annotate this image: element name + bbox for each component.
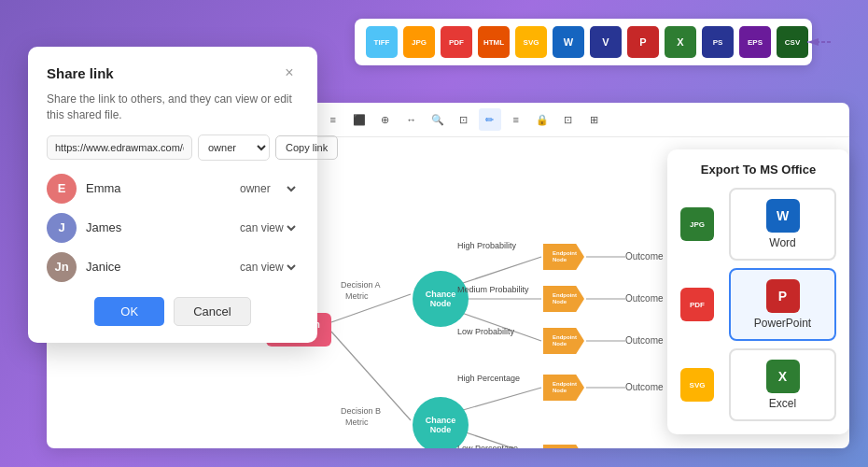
modal-description: Share the link to others, and they can v… xyxy=(47,92,299,123)
modal-actions: OK Cancel xyxy=(47,297,299,326)
ps-badge[interactable]: PS xyxy=(702,26,734,58)
decision-a-label: Decision A xyxy=(341,280,381,290)
excel-large-icon: X xyxy=(766,360,800,393)
user-name-james: James xyxy=(86,220,236,234)
chance-node-upper[interactable]: ChanceNode xyxy=(413,271,469,327)
ppt-large-icon: P xyxy=(766,279,800,313)
chance-node-lower[interactable]: ChanceNode xyxy=(413,397,469,448)
endpoint-node-2[interactable]: EndpointNode xyxy=(543,286,584,312)
ppt-badge[interactable]: P xyxy=(627,26,659,58)
high-prob-label: High Probability xyxy=(457,241,516,250)
more-tool[interactable]: ⊞ xyxy=(583,108,606,131)
metric-a-label: Metric xyxy=(345,291,369,301)
med-prob-label: Medium Probability xyxy=(457,285,529,294)
zoom-tool[interactable]: 🔍 xyxy=(427,108,449,131)
user-row-emma: E Emma owner can view can edit xyxy=(47,174,299,204)
avatar-janice: Jn xyxy=(47,252,77,282)
word-export-item[interactable]: W Word xyxy=(729,188,836,261)
pen-tool[interactable]: ✏ xyxy=(479,108,501,131)
word-small-icon: JPG xyxy=(680,207,714,241)
user-list: E Emma owner can view can edit J James o… xyxy=(47,174,299,282)
tiff-badge[interactable]: TIFF xyxy=(366,26,398,58)
copy-link-button[interactable]: Copy link xyxy=(275,135,338,160)
role-select-james[interactable]: owner can view can edit xyxy=(236,220,299,235)
modal-header: Share link × xyxy=(47,64,299,82)
decision-b-label: Decision B xyxy=(341,406,381,416)
owner-select[interactable]: owner can view can edit xyxy=(198,134,270,161)
crop-tool[interactable]: ⊡ xyxy=(557,108,580,131)
modal-title: Share link xyxy=(47,65,114,81)
ok-button[interactable]: OK xyxy=(94,297,164,326)
connect-tool[interactable]: ⊕ xyxy=(374,108,397,131)
svg-badge[interactable]: SVG xyxy=(515,26,547,58)
svg-line-2 xyxy=(331,294,411,322)
link-row: owner can view can edit Copy link xyxy=(47,134,299,161)
avatar-james: J xyxy=(47,213,77,243)
endpoint-node-1[interactable]: EndpointNode xyxy=(543,244,584,270)
excel-export-item[interactable]: X Excel xyxy=(729,348,836,421)
curve-tool[interactable]: ↔ xyxy=(400,108,423,131)
arrow-indicator xyxy=(803,28,840,61)
export-panel-title: Export To MS Office xyxy=(680,163,836,177)
word-large-icon: W xyxy=(766,199,800,233)
outcome-4: Outcome xyxy=(625,382,664,392)
endpoint-node-5[interactable]: EndpointNode xyxy=(543,445,584,448)
excel-small-icon: SVG xyxy=(680,368,714,402)
low-prob-label: Low Probability xyxy=(457,327,514,336)
excel-label: Excel xyxy=(769,397,796,410)
word-label: Word xyxy=(769,236,795,249)
ppt-small-icon: PDF xyxy=(680,288,714,321)
format-tool[interactable]: ≡ xyxy=(505,108,527,131)
user-row-janice: Jn Janice owner can view can edit xyxy=(47,252,299,282)
avatar-emma: E xyxy=(47,174,77,204)
role-select-janice[interactable]: owner can view can edit xyxy=(236,260,299,275)
html-badge[interactable]: HTML xyxy=(478,26,510,58)
endpoint-node-3[interactable]: EndpointNode xyxy=(543,328,584,354)
link-input[interactable] xyxy=(47,135,192,160)
outcome-1: Outcome xyxy=(625,251,664,262)
high-pct-label: High Percentage xyxy=(457,374,520,383)
fill-tool[interactable]: ⬛ xyxy=(348,108,371,131)
share-modal: Share link × Share the link to others, a… xyxy=(28,47,317,343)
powerpoint-label: PowerPoint xyxy=(754,317,811,330)
user-name-janice: Janice xyxy=(86,260,236,274)
user-name-emma: Emma xyxy=(86,181,236,195)
outcome-2: Outcome xyxy=(625,293,664,304)
excel-badge[interactable]: X xyxy=(665,26,696,58)
close-button[interactable]: × xyxy=(280,64,299,82)
role-select-emma[interactable]: owner can view can edit xyxy=(236,181,299,196)
lines-tool[interactable]: ≡ xyxy=(322,108,344,131)
frame-tool[interactable]: ⊡ xyxy=(453,108,475,131)
low-pct-label: Low Percentage xyxy=(457,444,518,448)
visio-badge[interactable]: V xyxy=(590,26,622,58)
pdf-badge[interactable]: PDF xyxy=(441,26,472,58)
user-row-james: J James owner can view can edit xyxy=(47,213,299,243)
outcome-3: Outcome xyxy=(625,335,664,346)
lock-tool[interactable]: 🔒 xyxy=(531,108,553,131)
eps-badge[interactable]: EPS xyxy=(739,26,771,58)
metric-b-label: Metric xyxy=(345,417,369,427)
export-panel: Export To MS Office JPG W Word PDF P Pow… xyxy=(667,149,849,434)
powerpoint-export-item[interactable]: P PowerPoint xyxy=(729,268,836,341)
endpoint-node-4[interactable]: EndpointNode xyxy=(543,375,584,401)
export-types-bar: TIFF JPG PDF HTML SVG W V P X PS EPS CSV xyxy=(355,19,812,65)
jpg-badge[interactable]: JPG xyxy=(403,26,435,58)
cancel-button[interactable]: Cancel xyxy=(174,297,250,326)
word-badge[interactable]: W xyxy=(553,26,584,58)
